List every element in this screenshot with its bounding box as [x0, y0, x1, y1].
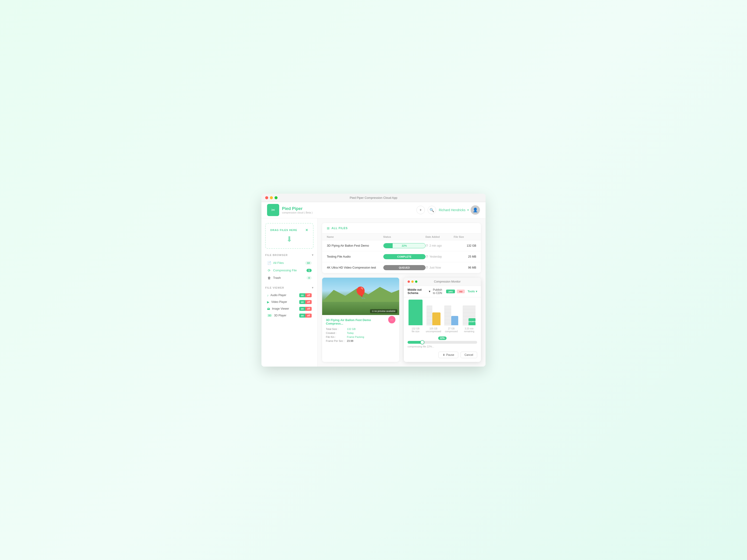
tools-label: Tools: [468, 290, 475, 293]
sidebar-item-compressing[interactable]: ⟳ Compressing File 1: [265, 267, 313, 274]
user-info[interactable]: Richard Hendricks ▾ 👤: [439, 205, 480, 215]
window-title: Pied Piper Compression Cloud App: [350, 196, 397, 199]
add-button[interactable]: +: [416, 206, 425, 214]
file-info: 3D Flying Air Ballon Fest Demo Compress.…: [322, 315, 399, 347]
filesize: 96 MB: [454, 266, 476, 269]
image-icon: 🏔: [267, 307, 270, 311]
viewer-image-viewer: 🏔 Image Viewer on off: [265, 306, 313, 312]
meta-key: File Kin :: [326, 336, 347, 338]
chart-bar-filesize: 132 GB file size: [408, 300, 424, 333]
table-row[interactable]: Testing File Audio COMPLETE ⏱ Yesterday …: [322, 251, 481, 262]
status-progress: 22%: [383, 243, 426, 248]
col-date: Date Added: [426, 235, 454, 238]
video-player-toggle[interactable]: on off: [299, 300, 312, 304]
search-button[interactable]: 🔍: [428, 206, 436, 214]
trash-badge: 0: [307, 276, 312, 279]
sidebar-item-all-files[interactable]: 📄 All Files 10: [265, 260, 313, 266]
progress-section: 22% compressing file 22%...: [404, 335, 481, 352]
bar-compressed-lines: [444, 305, 451, 325]
3d-player-toggle[interactable]: on off: [299, 314, 312, 318]
chevron-down-icon[interactable]: ▾: [312, 254, 313, 257]
compressing-badge: 1: [307, 269, 312, 272]
more-options-button[interactable]: ···: [388, 316, 395, 323]
status-complete: COMPLETE: [383, 254, 426, 259]
table-header: Name Status Date Added File Size: [322, 234, 481, 240]
chart-label-uncompressed: 105 GB uncompressed: [426, 327, 441, 333]
chevron-down-icon-schema: ▾: [429, 290, 430, 293]
toggle-on[interactable]: on: [299, 293, 305, 297]
toggle-off[interactable]: off: [305, 314, 312, 318]
pause-button[interactable]: ⏸ Pause: [438, 352, 458, 358]
toggle-on[interactable]: on: [299, 307, 305, 311]
toggle-off[interactable]: off: [305, 307, 312, 311]
logo-area: ✂ Pied Piper compression cloud ( Beta ): [267, 204, 318, 216]
monitor-minimize-btn[interactable]: [411, 281, 414, 283]
toggle-on[interactable]: on: [299, 314, 305, 318]
meta-value-size: 132 GB: [347, 328, 356, 330]
viewer-3d-player: 3D 3D Player on off: [265, 313, 313, 319]
chevron-down-icon-2[interactable]: ▾: [312, 286, 313, 289]
progress-thumb[interactable]: [420, 340, 424, 344]
balloon-image: 🎈: [354, 286, 368, 299]
compress-icon: ⟳: [267, 269, 271, 272]
speed-badge: 20GBPS: [468, 321, 476, 323]
table-row[interactable]: 4K Ultra HD Video Compression test QUEUE…: [322, 262, 481, 273]
close-button[interactable]: [265, 196, 268, 199]
meta-key: Frame Per Sec :: [326, 340, 347, 342]
image-viewer-label: Image Viewer: [272, 307, 298, 310]
download-icon: ⬇: [270, 235, 308, 244]
all-files-badge: 10: [305, 261, 312, 265]
toggle-off[interactable]: off: [305, 293, 312, 297]
tools-dropdown[interactable]: Tools ▾: [468, 290, 477, 293]
user-name: Richard Hendricks: [439, 208, 465, 212]
minimize-button[interactable]: [270, 196, 273, 199]
date-text: 2 min ago: [430, 244, 442, 247]
cdn-no-button[interactable]: no: [457, 290, 465, 293]
sidebar-item-trash[interactable]: 🗑 Trash 0: [265, 274, 313, 282]
monitor-actions: ⏸ Pause Cancel: [404, 352, 481, 362]
drop-zone[interactable]: DRAG FILES HERE ✕ ⬇: [265, 223, 313, 249]
toggle-on[interactable]: on: [299, 300, 305, 304]
status-bar: COMPLETE: [383, 254, 426, 259]
cancel-button[interactable]: Cancel: [461, 352, 477, 358]
date-cell: ⏱ 2 min ago: [426, 244, 454, 247]
files-table: Name Status Date Added File Size 3D Flyi…: [322, 234, 481, 273]
date-text: Just Now: [430, 266, 441, 269]
maximize-button[interactable]: [275, 196, 278, 199]
meta-row-size: Total Size : 132 GB: [326, 328, 395, 330]
main-content: ⊞ ALL FILES Name Status Date Added File …: [317, 218, 486, 367]
cdn-yes-button[interactable]: yes: [446, 290, 455, 293]
traffic-lights: [265, 196, 278, 199]
toggle-off[interactable]: off: [305, 300, 312, 304]
header-actions: + 🔍 Richard Hendricks ▾ 👤: [416, 205, 480, 215]
sidebar-item-label: Compressing File: [273, 269, 297, 272]
video-icon: ▶: [267, 300, 269, 304]
chart-bar-remaining: 20GBPS 3:20 min remaining: [461, 305, 478, 333]
chevron-down-icon-tools: ▾: [476, 290, 477, 293]
monitor-maximize-btn[interactable]: [415, 281, 417, 283]
audio-player-label: Audio Player: [271, 294, 298, 297]
filesize: 25 MB: [454, 255, 476, 258]
progress-track: [408, 341, 477, 344]
image-viewer-toggle[interactable]: on off: [299, 307, 312, 311]
status-queued: QUEUED: [383, 265, 426, 270]
progress-status-text: compressing file 22%...: [408, 345, 477, 348]
pause-label: Pause: [446, 353, 454, 356]
chart-label-compressed: 27 GB compressed: [445, 327, 458, 333]
compression-monitor: Compression Monitor Middle out Schema ▾ …: [404, 278, 481, 362]
app-name: Pied Piper: [282, 206, 313, 211]
close-drop-zone-icon[interactable]: ✕: [305, 228, 308, 232]
file-viewer-title: FILE VIEWER ▾: [265, 286, 313, 289]
cdn-label: Publish to CDN: [433, 288, 444, 295]
schema-dropdown[interactable]: Middle out Schema ▾: [408, 288, 430, 295]
filesize: 132 GB: [454, 244, 476, 247]
meta-key: Total Size :: [326, 328, 347, 330]
table-row[interactable]: 3D Flying Air Ballon Fest Demo 22% ⏱ 2 m…: [322, 240, 481, 251]
meta-key: Created :: [326, 331, 347, 335]
file-name: 4K Ultra HD Video Compression test: [327, 266, 383, 269]
monitor-close-btn[interactable]: [408, 281, 410, 283]
sidebar-item-label: Trash: [273, 276, 281, 279]
audio-player-toggle[interactable]: on off: [299, 293, 312, 297]
file-browser-title: FILE BROWSER ▾: [265, 254, 313, 257]
files-header: ⊞ ALL FILES: [322, 223, 481, 234]
